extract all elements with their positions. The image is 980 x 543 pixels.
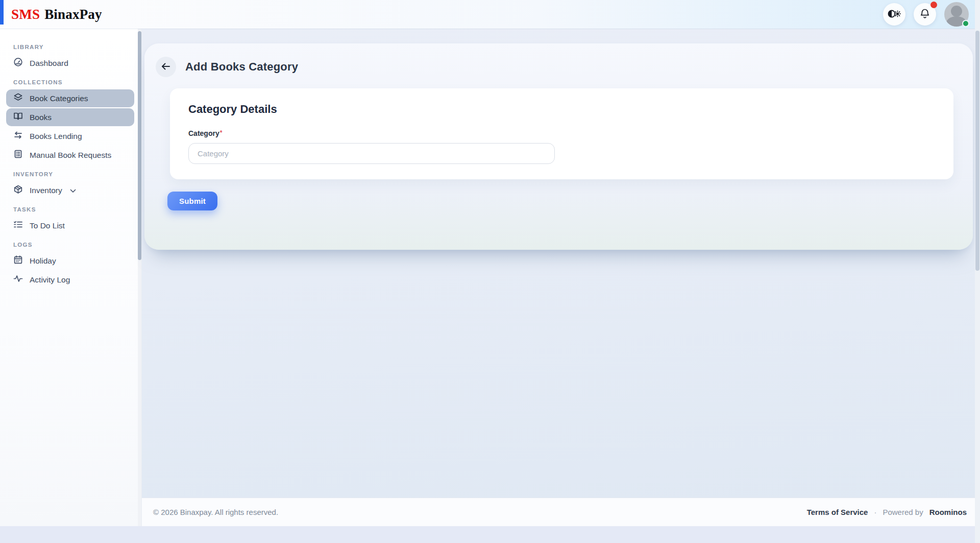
topbar-actions xyxy=(883,2,980,27)
page-scrollbar-track[interactable] xyxy=(975,0,980,543)
page-scrollbar-thumb[interactable] xyxy=(975,31,979,271)
submit-button[interactable]: Submit xyxy=(167,192,217,210)
sidebar-section-inventory: INVENTORY xyxy=(13,171,141,177)
sidebar-section-library: LIBRARY xyxy=(13,44,141,50)
sidebar-item-holiday[interactable]: Holiday xyxy=(6,252,134,270)
file-lines-icon xyxy=(13,149,23,161)
sidebar: LIBRARY Dashboard COLLECTIONS Book Categ… xyxy=(0,29,142,526)
category-field-label: Category* xyxy=(188,129,935,137)
sidebar-section-tasks: TASKS xyxy=(13,206,141,213)
sidebar-item-label: Manual Book Requests xyxy=(30,151,111,160)
terms-of-service-link[interactable]: Terms of Service xyxy=(807,508,868,516)
sidebar-item-dashboard[interactable]: Dashboard xyxy=(6,54,134,72)
swap-arrows-icon xyxy=(13,130,23,142)
page-title: Add Books Category xyxy=(185,60,298,74)
category-input[interactable] xyxy=(188,143,555,164)
sidebar-item-to-do-list[interactable]: To Do List xyxy=(6,217,134,234)
sidebar-item-label: Activity Log xyxy=(30,275,70,285)
sidebar-item-label: Book Categories xyxy=(30,94,88,103)
sidebar-item-label: Dashboard xyxy=(30,59,68,68)
notification-badge-dot xyxy=(930,2,937,8)
logo-accent-bar xyxy=(0,0,4,25)
copyright-text: © 2026 Binaxpay. All rights reserved. xyxy=(153,508,278,516)
gauge-icon xyxy=(13,57,23,69)
notifications-button[interactable] xyxy=(914,3,936,26)
sidebar-section-logs: LOGS xyxy=(13,242,141,248)
logo-prefix: SMS xyxy=(11,7,40,22)
green-online-dot xyxy=(962,20,969,27)
sidebar-section-collections: COLLECTIONS xyxy=(13,79,141,85)
sidebar-item-label: To Do List xyxy=(30,221,65,230)
list-check-icon xyxy=(13,220,23,231)
card-title: Category Details xyxy=(188,103,935,116)
sidebar-item-books-lending[interactable]: Books Lending xyxy=(6,127,134,145)
chevron-down-icon xyxy=(70,186,76,195)
sidebar-item-label: Holiday xyxy=(30,256,56,266)
bell-icon xyxy=(920,8,930,20)
contrast-sun-icon xyxy=(888,9,901,20)
topbar: SMS BinaxPay xyxy=(0,0,980,29)
book-open-icon xyxy=(13,111,23,123)
sidebar-item-manual-book-requests[interactable]: Manual Book Requests xyxy=(6,146,134,164)
sidebar-item-label: Books Lending xyxy=(30,132,82,141)
page-header: Add Books Category xyxy=(144,43,973,77)
footer-separator: · xyxy=(874,508,876,516)
sidebar-item-books[interactable]: Books xyxy=(6,108,134,126)
powered-by-text: Powered by xyxy=(883,508,923,516)
roominos-link[interactable]: Roominos xyxy=(929,508,967,516)
sidebar-item-activity-log[interactable]: Activity Log xyxy=(6,271,134,289)
back-button[interactable] xyxy=(156,57,176,77)
bottom-strip xyxy=(0,526,980,543)
sidebar-item-inventory[interactable]: Inventory xyxy=(6,181,134,199)
package-icon xyxy=(13,184,23,196)
arrow-left-icon xyxy=(161,63,170,72)
calendar-icon xyxy=(13,255,23,267)
category-details-card: Category Details Category* xyxy=(170,88,953,179)
required-asterisk: * xyxy=(220,129,223,136)
sidebar-item-label: Inventory xyxy=(30,186,62,195)
logo-name: BinaxPay xyxy=(44,7,102,22)
main-content: Add Books Category Category Details Cate… xyxy=(142,29,980,526)
activity-icon xyxy=(13,274,23,286)
field-label-text: Category xyxy=(188,129,219,137)
app-logo[interactable]: SMS BinaxPay xyxy=(11,7,102,22)
sidebar-scrollbar-thumb[interactable] xyxy=(138,31,141,260)
user-avatar[interactable] xyxy=(944,2,969,27)
footer: © 2026 Binaxpay. All rights reserved. Te… xyxy=(142,498,980,526)
content-background xyxy=(142,250,980,498)
sidebar-item-book-categories[interactable]: Book Categories xyxy=(6,89,134,107)
theme-toggle-button[interactable] xyxy=(883,3,905,26)
footer-links: Terms of Service · Powered by Roominos xyxy=(807,508,967,516)
layers-icon xyxy=(13,92,23,104)
content-panel: Add Books Category Category Details Cate… xyxy=(144,43,973,250)
sidebar-item-label: Books xyxy=(30,113,52,122)
